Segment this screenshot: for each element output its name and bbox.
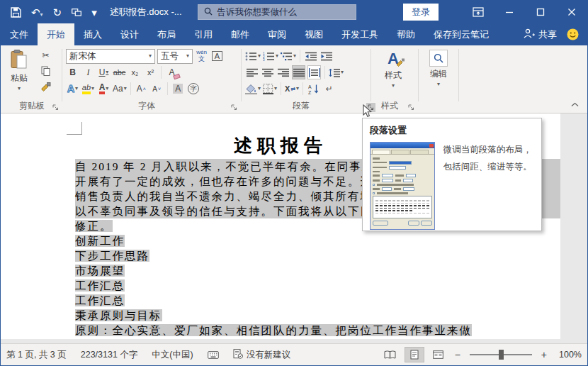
tab-insert[interactable]: 插入 [74,23,111,45]
paste-button[interactable]: 粘贴 ▾ [4,45,35,102]
tab-view[interactable]: 视图 [295,23,332,45]
save-icon[interactable] [11,7,21,18]
character-border-button[interactable]: A [210,49,224,63]
login-button[interactable]: 登录 [403,4,439,21]
touch-mode-icon[interactable] [72,9,81,16]
phonetic-guide-button[interactable]: wén 文 [195,49,208,63]
maximize-button[interactable] [525,1,556,23]
sort-button[interactable]: AZ [307,82,320,96]
enclose-characters-button[interactable]: 字 [187,82,200,96]
dialog-close-icon [429,144,434,148]
word-window: ↶▾ ↻ ▾ 述职报告.docx -... 告诉我你想要做什么 登录 [0,0,588,366]
styles-dialog-launcher[interactable] [407,103,416,112]
borders-button[interactable]: ▾ [263,82,277,96]
asian-layout-button[interactable]: X⇄▾ [285,82,299,96]
zoom-level[interactable]: 100% [553,350,582,360]
grow-font-button[interactable]: A˄ [135,82,148,96]
justify-button[interactable] [292,65,305,79]
editor-suggestions[interactable]: 没有新建议 [233,349,291,361]
minimize-button[interactable] [494,1,525,23]
bold-button[interactable]: B [66,65,79,79]
distribute-icon [309,68,320,77]
borders-icon [263,84,273,94]
word-count[interactable]: 223/3131 个字 [81,349,138,361]
format-painter-button[interactable] [39,81,52,95]
font-group-label: 字体 [63,100,230,112]
font-name-combo[interactable]: 新宋体▾ [66,49,155,64]
superscript-button[interactable]: x² [144,65,157,79]
feedback-smiley-icon[interactable] [564,23,587,45]
redo-icon[interactable]: ↻ [53,7,62,18]
line-spacing-button[interactable]: ▾ [329,65,344,79]
cut-button[interactable]: ✂ [39,48,52,62]
subscript-button[interactable]: x₂ [128,65,142,79]
dialog-preview [373,196,432,218]
undo-icon[interactable]: ↶▾ [31,7,43,18]
tab-home[interactable]: 开始 [38,23,74,45]
shrink-font-button[interactable]: A˅ [150,82,164,96]
tab-review[interactable]: 审阅 [259,23,295,45]
text-effects-button[interactable]: A▾ [66,82,79,96]
tab-mailings[interactable]: 邮件 [222,23,259,45]
tab-file[interactable]: 文件 [1,23,38,45]
highlight-color-button[interactable]: ab▾ [81,82,95,96]
clipboard-dialog-launcher[interactable] [51,103,60,112]
numbering-button[interactable]: 123▾ [263,49,278,63]
align-left-button[interactable] [245,65,259,79]
bullets-button[interactable]: ▾ [245,49,261,63]
mouse-cursor [363,104,372,118]
italic-button[interactable]: I [81,65,95,79]
zoom-slider-thumb[interactable] [499,350,504,360]
titlebar-controls: 登录 [403,1,587,23]
editing-button[interactable]: 编辑 ▾ [423,45,454,102]
paragraph-settings-tooltip: 段落设置 [362,118,542,231]
multilevel-list-button[interactable]: ▾ [281,49,296,63]
tab-help[interactable]: 帮助 [388,23,424,45]
shading-button[interactable]: ▾ [245,82,261,96]
print-layout-button[interactable] [405,347,424,362]
styles-button[interactable]: A 样式 ▾ [378,45,409,102]
collapse-ribbon-icon[interactable] [571,97,579,110]
strikethrough-button[interactable]: abc [113,65,126,79]
person-add-icon [524,28,535,40]
underline-button[interactable]: U▾ [97,65,111,79]
clear-formatting-button[interactable]: A [165,65,179,79]
qat-customize-icon[interactable]: ▾ [91,7,97,18]
copy-button[interactable] [39,65,52,79]
tab-save-to-cloud-notes[interactable]: 保存到云笔记 [424,23,498,45]
font-size-combo[interactable]: 五号▾ [157,49,193,64]
zoom-slider[interactable] [470,354,532,355]
keyboard-icon[interactable] [208,351,219,359]
document-title: 述职报告.docx -... [110,6,182,18]
tell-me-search[interactable]: 告诉我你想要做什么 [198,4,356,20]
distribute-button[interactable] [307,65,321,79]
web-layout-button[interactable] [429,347,448,362]
character-shading-button[interactable]: A [171,82,185,96]
ribbon-display-options-icon[interactable] [463,1,494,23]
font-dialog-launcher[interactable] [230,103,239,112]
decrease-indent-button[interactable] [304,49,317,63]
align-right-icon [278,68,289,77]
share-button[interactable]: 共享 [516,23,564,45]
change-case-button[interactable]: Aa▾ [113,82,127,96]
zoom-in-button[interactable]: + [539,349,549,360]
font-group: 新宋体▾ 五号▾ wén 文 A B I U▾ abc x₂ x² [63,45,240,113]
close-button[interactable] [556,1,587,23]
tab-design[interactable]: 设计 [111,23,148,45]
svg-text:Z: Z [308,89,312,94]
paragraph-mark-button[interactable]: ↵ [322,82,336,96]
tab-references[interactable]: 引用 [185,23,222,45]
tab-layout[interactable]: 布局 [148,23,185,45]
font-color-button[interactable]: A▾ [97,82,111,96]
tab-developer[interactable]: 开发工具 [332,23,388,45]
read-mode-button[interactable] [380,347,400,362]
align-center-button[interactable] [261,65,274,79]
tooltip-title: 段落设置 [370,124,534,137]
zoom-out-button[interactable]: − [453,349,463,360]
increase-indent-button[interactable] [320,49,333,63]
status-bar: 第 1 页, 共 3 页 223/3131 个字 中文(中国) 没有新建议 − … [1,343,587,365]
align-right-button[interactable] [276,65,290,79]
eraser-icon [173,74,181,80]
language-indicator[interactable]: 中文(中国) [152,349,193,361]
page-indicator[interactable]: 第 1 页, 共 3 页 [6,349,67,361]
